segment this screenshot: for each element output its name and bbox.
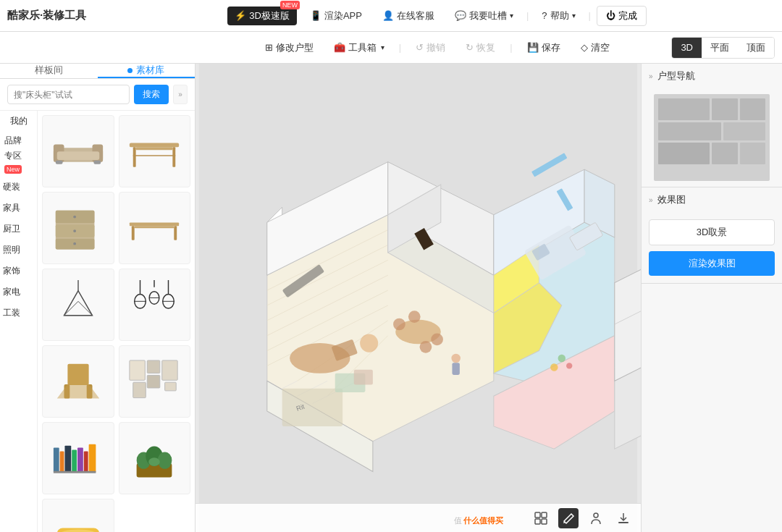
svg-point-17 [73,242,76,245]
online-service-btn[interactable]: 👤 在线客服 [375,7,442,25]
render-app-btn[interactable]: 📱 渲染APP [303,7,369,25]
tab-sample-room[interactable]: 样板间 [0,64,98,78]
canvas-area[interactable]: Rit [196,64,641,532]
canvas-3d-view[interactable]: Rit [196,64,641,532]
tools-btn[interactable]: 🧰 工具箱 [325,38,393,58]
redo-btn[interactable]: ↻ 恢复 [457,38,504,58]
svg-point-97 [408,311,421,323]
svg-point-96 [431,334,443,346]
top-bar: 酷家乐·装修工具 ⚡ 3D极速版 NEW 📱 渲染APP 👤 在线客服 💬 我要… [0,0,782,32]
pendant-light2-svg [126,276,182,333]
cat-industrial[interactable]: 工装 [0,303,37,324]
svg-point-107 [451,354,461,363]
item-side-table[interactable] [42,345,114,418]
grid-icon[interactable] [531,508,551,528]
collapse-btn[interactable]: » [173,85,188,104]
main-layout: 样板间 素材库 搜索 » 我的 品牌 专区 New 硬装 [0,64,782,532]
svg-rect-4 [56,161,63,164]
item-long-table[interactable] [119,192,191,264]
btn-3d-scene[interactable]: 3D取景 [649,219,775,245]
item-books[interactable] [42,422,114,494]
toolbar2: ⊞ 修改户型 🧰 工具箱 | ↺ 撤销 ↻ 恢复 | 💾 保存 ◇ 清空 3D … [0,32,782,64]
help-btn[interactable]: ? 帮助 ▾ [534,7,582,25]
svg-rect-42 [130,360,145,380]
item-console-table[interactable] [119,115,191,187]
svg-point-15 [73,215,76,218]
cat-appliance[interactable]: 家电 [0,282,37,303]
svg-rect-108 [452,363,459,375]
cat-decor[interactable]: 家饰 [0,261,37,282]
dresser-svg [50,200,106,256]
item-sofa[interactable] [42,115,114,187]
nav-section-header: » 户型导航 [642,64,782,88]
app-logo: 酷家乐·装修工具 [7,9,86,22]
svg-rect-118 [542,519,547,524]
svg-point-106 [360,334,378,352]
view-3d-btn[interactable]: 3D [672,38,702,58]
cat-kitchen[interactable]: 厨卫 [0,219,37,240]
svg-rect-102 [282,389,342,426]
watermark: 值什么值得买 [454,515,503,526]
svg-rect-19 [132,226,135,240]
items-grid [42,115,190,532]
save-btn[interactable]: 💾 保存 [518,38,569,58]
tab-material[interactable]: 素材库 [98,64,196,78]
right-panel: » 户型导航 [641,64,782,532]
person-icon[interactable] [586,508,606,528]
effect-section-header: » 效果图 [642,187,782,212]
svg-rect-18 [130,222,179,226]
svg-rect-5 [93,161,101,164]
svg-rect-47 [165,382,177,391]
my-label: 我的 [0,111,37,132]
item-wall-art[interactable] [119,345,191,418]
item-cushion[interactable] [42,499,114,532]
svg-rect-45 [148,375,161,388]
modify-floorplan-btn[interactable]: ⊞ 修改户型 [256,38,322,58]
svg-rect-20 [175,226,177,240]
books-svg [50,430,106,486]
cushion-svg [50,507,106,532]
cat-brand[interactable]: 品牌 专区 New [0,132,37,177]
sidebar: 样板间 素材库 搜索 » 我的 品牌 专区 New 硬装 [0,64,196,532]
svg-rect-3 [57,151,100,160]
chat-icon: 💬 [455,10,466,21]
svg-point-59 [158,452,172,468]
download-icon[interactable] [613,508,634,528]
help-icon: ? [542,10,547,21]
svg-rect-50 [64,445,71,472]
effect-expand-icon: » [649,196,653,204]
speed-version-btn[interactable]: ⚡ 3D极速版 NEW [227,7,297,25]
cat-lighting[interactable]: 照明 [0,240,37,261]
floorplan-svg: Rit [196,64,641,532]
view-plan-btn[interactable]: 平面 [702,38,738,58]
service-icon: 👤 [382,10,394,21]
svg-rect-53 [84,451,88,472]
btn-render-effect[interactable]: 渲染效果图 [649,251,775,276]
long-table-svg [126,200,182,256]
sidebar-search-area: 搜索 » [0,79,195,111]
item-dresser[interactable] [42,192,114,264]
item-pendant-light1[interactable] [42,269,114,341]
cat-renovation[interactable]: 硬装 [0,177,37,198]
svg-rect-9 [136,147,173,150]
sidebar-tabs: 样板间 素材库 [0,64,195,79]
power-icon: ⏻ [606,10,615,21]
search-button[interactable]: 搜索 [134,85,169,104]
item-plant-box[interactable] [119,422,191,494]
pencil-icon[interactable] [558,508,579,528]
edit-icon: ⊞ [265,42,273,53]
search-input[interactable] [7,85,130,104]
cat-furniture[interactable]: 家具 [0,198,37,219]
item-pendant-light2[interactable] [119,269,191,341]
complaint-btn[interactable]: 💬 我要吐槽 ▾ [447,7,521,25]
help-dropdown-icon: ▾ [572,12,576,20]
clear-btn[interactable]: ◇ 清空 [572,38,618,58]
side-table-svg [50,353,106,410]
active-dot [127,68,133,73]
svg-point-111 [566,363,572,368]
svg-rect-105 [354,370,373,385]
finish-btn[interactable]: ⏻ 完成 [597,6,647,26]
undo-btn[interactable]: ↺ 撤销 [407,38,454,58]
svg-rect-120 [618,522,628,523]
view-front-btn[interactable]: 顶面 [738,38,774,58]
